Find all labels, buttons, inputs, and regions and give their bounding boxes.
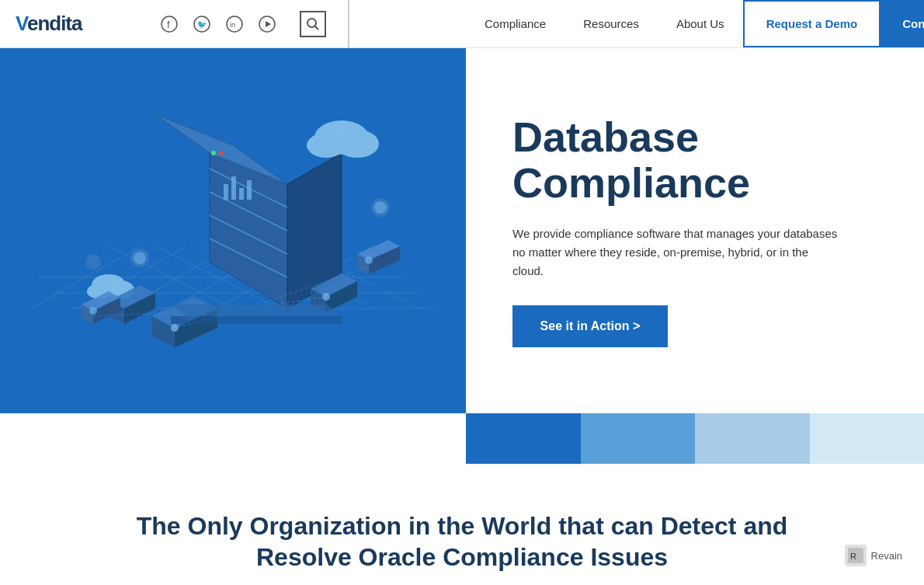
svg-point-71 <box>322 293 330 301</box>
svg-point-39 <box>307 133 346 158</box>
linkedin-icon[interactable]: in <box>224 13 245 35</box>
nav-compliance[interactable]: Compliance <box>466 0 564 47</box>
svg-rect-31 <box>224 184 228 200</box>
color-bar-seg4 <box>810 413 925 464</box>
see-in-action-button[interactable]: See it in Action > <box>512 305 668 347</box>
svg-point-35 <box>211 151 216 155</box>
svg-point-66 <box>134 252 146 264</box>
svg-rect-33 <box>239 188 244 200</box>
svg-point-70 <box>171 324 179 332</box>
nav-resources[interactable]: Resources <box>564 0 658 47</box>
svg-point-68 <box>374 201 387 214</box>
svg-text:in: in <box>230 21 235 29</box>
color-bar <box>0 413 924 464</box>
svg-text:🐦: 🐦 <box>197 19 207 30</box>
twitter-icon[interactable]: 🐦 <box>191 13 213 35</box>
svg-marker-63 <box>171 316 186 324</box>
revain-label: Revain <box>871 550 902 562</box>
request-demo-button[interactable]: Request a Demo <box>743 0 881 47</box>
youtube-icon[interactable] <box>256 13 278 35</box>
color-bar-left <box>0 413 466 464</box>
svg-point-36 <box>219 151 224 155</box>
hero-content: Database Compliance We provide complianc… <box>466 48 924 413</box>
revain-badge: R Revain <box>839 541 908 569</box>
logo[interactable]: Vendita <box>16 12 82 36</box>
color-bar-seg2 <box>581 413 696 464</box>
site-header: Vendita f 🐦 in <box>0 0 924 48</box>
revain-icon: R <box>845 545 867 566</box>
search-button[interactable] <box>300 11 326 37</box>
contact-button[interactable]: Conta... <box>881 0 924 47</box>
main-nav: Compliance Resources About Us Request a … <box>466 0 924 47</box>
nav-about[interactable]: About Us <box>658 0 743 47</box>
header-left: Vendita f 🐦 in <box>0 0 466 48</box>
hero-description: We provide compliance software that mana… <box>512 225 839 280</box>
svg-rect-32 <box>231 176 236 200</box>
hero-title: Database Compliance <box>512 114 877 207</box>
hero-illustration <box>0 48 466 413</box>
svg-marker-7 <box>266 21 271 27</box>
svg-marker-64 <box>186 316 342 324</box>
bottom-section: The Only Organization in the World that … <box>0 464 924 585</box>
header-divider <box>348 0 349 48</box>
svg-point-73 <box>365 256 373 264</box>
color-bar-seg3 <box>695 413 810 464</box>
svg-rect-34 <box>247 180 252 200</box>
bottom-title: The Only Organization in the World that … <box>113 510 811 573</box>
svg-text:f: f <box>167 19 170 30</box>
social-icons: f 🐦 in <box>158 13 278 35</box>
color-bar-right <box>466 413 924 464</box>
hero-section: Database Compliance We provide complianc… <box>0 48 924 413</box>
svg-point-8 <box>307 19 316 27</box>
svg-point-72 <box>89 307 97 315</box>
svg-point-69 <box>85 254 101 270</box>
svg-line-9 <box>314 26 318 30</box>
facebook-icon[interactable]: f <box>158 13 180 35</box>
svg-text:R: R <box>850 552 856 561</box>
svg-marker-62 <box>171 305 342 316</box>
color-bar-seg1 <box>466 413 581 464</box>
